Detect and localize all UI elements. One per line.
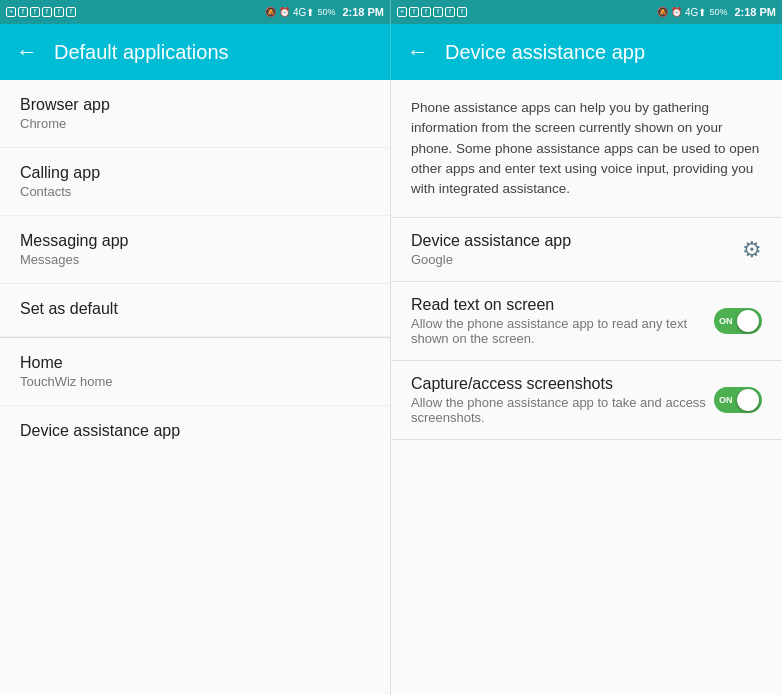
messaging-app-subtitle: Messages <box>20 252 370 267</box>
notif-icon-2: f <box>18 7 28 17</box>
right-item-screenshots-subtitle: Allow the phone assistance app to take a… <box>411 395 710 425</box>
right-panel: Phone assistance apps can help you by ga… <box>391 80 782 695</box>
read-text-toggle-label: ON <box>719 316 733 326</box>
notif-icon-4: f <box>42 7 52 17</box>
battery-text-left: 50% <box>317 7 335 17</box>
notif-icon-5: f <box>54 7 64 17</box>
right-header-title: Device assistance app <box>445 41 645 64</box>
header-left: ← Default applications <box>0 24 391 80</box>
gear-icon[interactable]: ⚙ <box>742 237 762 263</box>
alarm-icon-right: ⏰ <box>671 7 682 17</box>
right-item-device-assist[interactable]: Device assistance app Google ⚙ <box>391 218 782 282</box>
messaging-app-title: Messaging app <box>20 232 370 250</box>
screenshots-toggle[interactable]: ON <box>714 387 762 413</box>
right-item-screenshots-content: Capture/access screenshots Allow the pho… <box>411 375 710 425</box>
screenshots-toggle-container: ON <box>710 387 762 413</box>
right-item-read-text: Read text on screen Allow the phone assi… <box>391 282 782 361</box>
set-default-title: Set as default <box>20 300 370 318</box>
right-item-device-assist-subtitle: Google <box>411 252 742 267</box>
header-right: ← Device assistance app <box>391 24 782 80</box>
read-text-toggle[interactable]: ON <box>714 308 762 334</box>
left-panel: Browser app Chrome Calling app Contacts … <box>0 80 391 695</box>
right-item-screenshots: Capture/access screenshots Allow the pho… <box>391 361 782 440</box>
mute-icon-left: 🔕 <box>265 7 276 17</box>
menu-item-messaging[interactable]: Messaging app Messages <box>0 216 390 284</box>
status-bar: + f f f f f 🔕 ⏰ 4G⬆ 50% 2:18 PM + f f f … <box>0 0 782 24</box>
notif-icon-6: f <box>66 7 76 17</box>
browser-app-title: Browser app <box>20 96 370 114</box>
status-icons-right: + f f f f f <box>397 7 654 17</box>
status-bar-left: + f f f f f 🔕 ⏰ 4G⬆ 50% 2:18 PM <box>0 0 391 24</box>
back-button-left[interactable]: ← <box>16 39 38 65</box>
description-box: Phone assistance apps can help you by ga… <box>391 80 782 218</box>
signal-icon-left: 4G⬆ <box>293 7 314 18</box>
time-left: 2:18 PM <box>342 6 384 18</box>
status-bar-right: + f f f f f 🔕 ⏰ 4G⬆ 50% 2:18 PM <box>391 0 782 24</box>
notif-icon-1: + <box>6 7 16 17</box>
right-item-read-text-content: Read text on screen Allow the phone assi… <box>411 296 710 346</box>
home-subtitle: TouchWiz home <box>20 374 370 389</box>
notif-icon-r5: f <box>445 7 455 17</box>
notif-icon-r2: f <box>409 7 419 17</box>
read-text-toggle-knob <box>737 310 759 332</box>
mute-icon-right: 🔕 <box>657 7 668 17</box>
menu-item-default[interactable]: Set as default <box>0 284 390 337</box>
right-item-read-text-title: Read text on screen <box>411 296 710 314</box>
right-item-device-assist-title: Device assistance app <box>411 232 742 250</box>
notif-icon-r3: f <box>421 7 431 17</box>
headers-row: ← Default applications ← Device assistan… <box>0 24 782 80</box>
calling-app-title: Calling app <box>20 164 370 182</box>
signal-icon-right: 4G⬆ <box>685 7 706 18</box>
screenshots-toggle-label: ON <box>719 395 733 405</box>
device-assist-title: Device assistance app <box>20 422 370 440</box>
notif-icon-3: f <box>30 7 40 17</box>
notif-icon-r6: f <box>457 7 467 17</box>
notif-icon-r1: + <box>397 7 407 17</box>
right-item-device-assist-content: Device assistance app Google <box>411 232 742 267</box>
time-right: 2:18 PM <box>734 6 776 18</box>
browser-app-subtitle: Chrome <box>20 116 370 131</box>
home-title: Home <box>20 354 370 372</box>
alarm-icon-left: ⏰ <box>279 7 290 17</box>
back-button-right[interactable]: ← <box>407 39 429 65</box>
menu-item-device-assist[interactable]: Device assistance app <box>0 406 390 458</box>
description-text: Phone assistance apps can help you by ga… <box>411 98 762 199</box>
menu-item-browser[interactable]: Browser app Chrome <box>0 80 390 148</box>
read-text-toggle-container: ON <box>710 308 762 334</box>
menu-item-calling[interactable]: Calling app Contacts <box>0 148 390 216</box>
battery-text-right: 50% <box>709 7 727 17</box>
calling-app-subtitle: Contacts <box>20 184 370 199</box>
right-item-screenshots-title: Capture/access screenshots <box>411 375 710 393</box>
status-icons-left: + f f f f f <box>6 7 262 17</box>
notif-icon-r4: f <box>433 7 443 17</box>
left-header-title: Default applications <box>54 41 229 64</box>
screenshots-toggle-knob <box>737 389 759 411</box>
main-content: Browser app Chrome Calling app Contacts … <box>0 80 782 695</box>
menu-item-home[interactable]: Home TouchWiz home <box>0 338 390 406</box>
right-item-read-text-subtitle: Allow the phone assistance app to read a… <box>411 316 710 346</box>
